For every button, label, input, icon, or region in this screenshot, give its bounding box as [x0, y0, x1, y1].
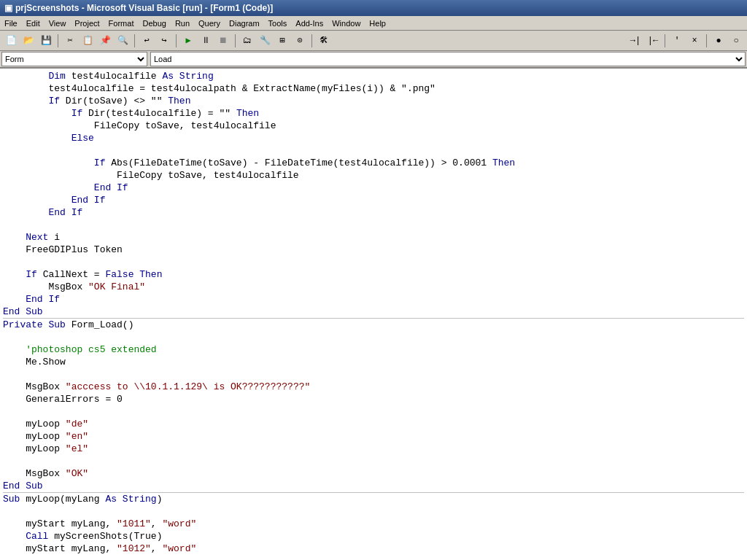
- find-button[interactable]: 🔍: [115, 33, 131, 49]
- code-line: myStart myLang, "1011", "word": [3, 518, 744, 530]
- paste-button[interactable]: 📌: [97, 33, 113, 49]
- form-layout-button[interactable]: ⊞: [274, 33, 290, 49]
- menu-query[interactable]: Query: [194, 18, 225, 29]
- code-editor[interactable]: Dim test4ulocalfile As String test4uloca…: [0, 69, 747, 560]
- toolbar-sep-6: [665, 34, 665, 47]
- code-line: End If: [3, 206, 744, 219]
- code-line: Else: [3, 132, 744, 144]
- menu-addins[interactable]: Add-Ins: [291, 18, 328, 29]
- toolbar: 📄 📂 💾 ✂ 📋 📌 🔍 ↩ ↪ ▶ ⏸ ⏹ 🗂 🔧 ⊞ ⊙ 🛠 →| |← …: [0, 31, 747, 51]
- code-line: myLoop "en": [3, 430, 744, 443]
- code-line: If Abs(FileDateTime(toSave) - FileDateTi…: [3, 157, 744, 169]
- toolbar-sep-3: [176, 34, 177, 47]
- menu-debug[interactable]: Debug: [138, 18, 170, 29]
- uncomment-button[interactable]: ×: [686, 33, 703, 49]
- code-line: Me.Show: [3, 356, 744, 368]
- clear-bkpts-button[interactable]: ○: [728, 33, 744, 49]
- save-button[interactable]: 💾: [38, 33, 54, 49]
- form-selector[interactable]: Form: [1, 52, 147, 66]
- menu-run[interactable]: Run: [171, 18, 194, 29]
- comment-button[interactable]: ': [669, 33, 685, 49]
- menu-window[interactable]: Window: [328, 18, 365, 29]
- decrease-indent-button[interactable]: |←: [645, 33, 661, 49]
- toolbar-sep-2: [134, 34, 135, 47]
- code-line: If Dir(test4ulocalfile) = "" Then: [3, 107, 744, 120]
- menu-format[interactable]: Format: [104, 18, 139, 29]
- redo-button[interactable]: ↪: [156, 33, 172, 49]
- code-line: [3, 505, 744, 518]
- menu-help[interactable]: Help: [365, 18, 390, 29]
- title-icon: ▣: [4, 3, 12, 13]
- code-line: myLoop "el": [3, 443, 744, 455]
- code-line: If Dir(toSave) <> "" Then: [3, 95, 744, 107]
- open-button[interactable]: 📂: [20, 33, 36, 49]
- code-line: Dim test4ulocalfile As String: [3, 70, 744, 82]
- code-line: 'photoshop cs5 extended: [3, 343, 744, 356]
- code-line: MsgBox "OK": [3, 467, 744, 480]
- code-line: GeneralErrors = 0: [3, 393, 744, 405]
- toggle-bkpt-button[interactable]: ●: [711, 33, 727, 49]
- toolbar-sep-7: [706, 34, 707, 47]
- code-line: test4ulocalfile = test4ulocalpath & Extr…: [3, 82, 744, 95]
- code-line: MsgBox "acccess to \\10.1.1.129\ is OK??…: [3, 381, 744, 393]
- toolbar-sep-4: [235, 34, 236, 47]
- title-text: prjScreenshots - Microsoft Visual Basic …: [15, 3, 273, 13]
- toolbar-sep-1: [58, 34, 58, 47]
- toolbar-sep-5: [311, 34, 312, 47]
- cut-button[interactable]: ✂: [62, 33, 78, 49]
- code-line: [3, 219, 744, 231]
- increase-indent-button[interactable]: →|: [627, 33, 643, 49]
- code-line: [3, 455, 744, 467]
- code-line: FileCopy toSave, test4ulocalfile: [3, 120, 744, 132]
- pause-button[interactable]: ⏸: [198, 33, 214, 49]
- run-button[interactable]: ▶: [180, 33, 196, 49]
- menu-view[interactable]: View: [44, 18, 71, 29]
- code-line: myStart myLang, "1012", "word": [3, 542, 744, 555]
- undo-button[interactable]: ↩: [139, 33, 155, 49]
- code-line: myLoop "de": [3, 418, 744, 430]
- code-line: Call myScreenShots(True): [3, 530, 744, 542]
- new-project-button[interactable]: 📄: [3, 33, 19, 49]
- code-line: Private Sub Form_Load(): [3, 319, 744, 331]
- menu-diagram[interactable]: Diagram: [225, 18, 264, 29]
- menu-file[interactable]: File: [0, 18, 22, 29]
- code-line: If CallNext = False Then: [3, 268, 744, 281]
- properties-button[interactable]: 🔧: [257, 33, 273, 49]
- code-line: End If: [3, 194, 744, 206]
- form-proc-bar: Form Load: [0, 51, 747, 69]
- code-line: FreeGDIPlus Token: [3, 244, 744, 256]
- code-line: [3, 331, 744, 343]
- toolbox-button[interactable]: 🛠: [316, 33, 332, 49]
- code-line: [3, 405, 744, 418]
- title-bar: ▣ prjScreenshots - Microsoft Visual Basi…: [0, 0, 747, 16]
- menu-edit[interactable]: Edit: [22, 18, 44, 29]
- code-line: ...: [3, 555, 744, 560]
- code-line: [3, 368, 744, 381]
- code-line: End Sub: [3, 306, 744, 318]
- menu-project[interactable]: Project: [70, 18, 104, 29]
- project-explorer-button[interactable]: 🗂: [239, 33, 255, 49]
- code-line: FileCopy toSave, test4ulocalfile: [3, 169, 744, 182]
- code-line: [3, 256, 744, 268]
- stop-button[interactable]: ⏹: [215, 33, 231, 49]
- code-line: Next i: [3, 231, 744, 244]
- object-browser-button[interactable]: ⊙: [292, 33, 308, 49]
- code-line: End If: [3, 182, 744, 194]
- code-line: [3, 144, 744, 157]
- menu-bar: File Edit View Project Format Debug Run …: [0, 16, 747, 31]
- code-line: End If: [3, 293, 744, 306]
- code-line: End Sub: [3, 480, 744, 492]
- menu-tools[interactable]: Tools: [264, 18, 292, 29]
- code-line: MsgBox "OK Final": [3, 281, 744, 293]
- proc-selector[interactable]: Load: [150, 52, 746, 66]
- copy-button[interactable]: 📋: [80, 33, 96, 49]
- code-line: Sub myLoop(myLang As String): [3, 493, 744, 505]
